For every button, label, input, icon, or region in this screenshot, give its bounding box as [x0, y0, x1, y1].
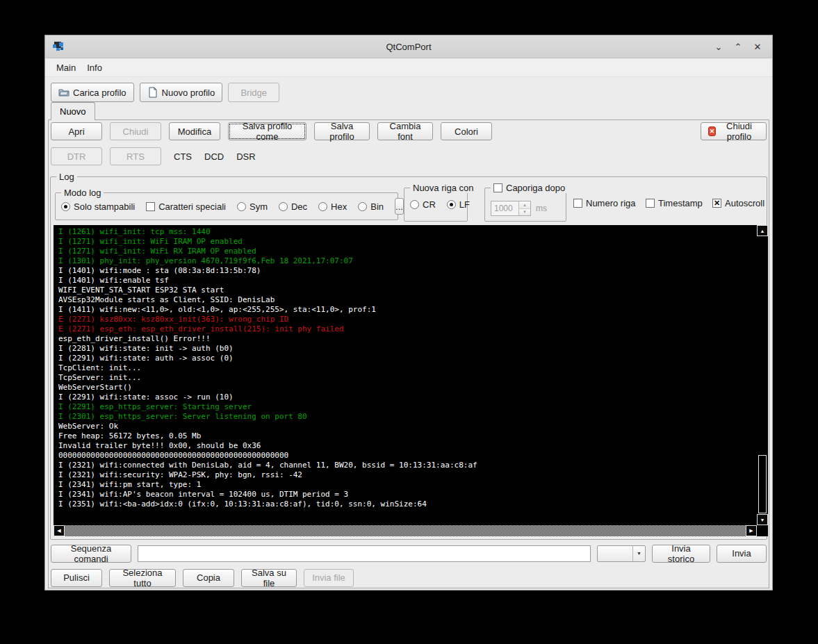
- terminal-area: I (1261) wifi_init: tcp mss: 1440I (1271…: [54, 225, 768, 536]
- vertical-scroll-thumb[interactable]: [758, 455, 767, 513]
- title-bar[interactable]: QtComPort ⌄ ⌃ ✕: [45, 35, 772, 58]
- cr-label: CR: [423, 199, 436, 210]
- radio-sym[interactable]: Sym: [237, 201, 268, 212]
- qtcomport-window: QtComPort ⌄ ⌃ ✕ Main Info Carica profilo: [44, 35, 773, 591]
- open-port-button[interactable]: Apri: [51, 122, 102, 140]
- close-profile-button[interactable]: ✕ Chiudi profilo: [701, 122, 767, 140]
- newline-group-label: Nuova riga con: [410, 183, 476, 193]
- radio-dec[interactable]: Dec: [279, 201, 307, 212]
- copy-button[interactable]: Copia: [183, 569, 234, 587]
- newline-options: CR LF: [410, 199, 470, 210]
- scroll-right-icon[interactable]: ▶: [746, 525, 757, 536]
- radio-bin[interactable]: Bin: [358, 201, 384, 212]
- printable-only-label: Solo stampabili: [74, 201, 135, 212]
- hex-label: Hex: [331, 201, 347, 212]
- dcd-label: DCD: [204, 151, 224, 162]
- checkbox-icon: [146, 202, 155, 211]
- dsr-label: DSR: [236, 151, 255, 162]
- scroll-left-icon[interactable]: ◀: [54, 525, 65, 536]
- window-controls: ⌄ ⌃ ✕: [712, 40, 772, 53]
- rts-button: RTS: [110, 147, 161, 165]
- signal-row: DTR RTS CTS DCD DSR: [51, 147, 767, 165]
- save-to-file-button[interactable]: Salva su file: [241, 569, 297, 587]
- sym-label: Sym: [250, 201, 268, 212]
- document-icon: [147, 87, 158, 98]
- log-group-label: Log: [56, 172, 77, 182]
- window-title: QtComPort: [45, 42, 772, 52]
- radio-cr[interactable]: CR: [410, 199, 436, 210]
- command-row: Sequenza comandi ▼ Invia storico Invia: [51, 544, 767, 563]
- desktop: QtComPort ⌄ ⌃ ✕ Main Info Carica profilo: [0, 0, 818, 644]
- select-all-button[interactable]: Seleziona tutto: [109, 569, 176, 587]
- colors-button[interactable]: Colori: [441, 122, 492, 140]
- send-file-button: Invia file: [304, 569, 354, 587]
- checkbox-checked-icon: [712, 199, 721, 208]
- radio-printable-only[interactable]: Solo stampabili: [61, 201, 135, 212]
- checkbox-timestamp[interactable]: Timestamp: [646, 198, 703, 208]
- folder-open-icon: [58, 87, 69, 98]
- chevron-down-icon: ▼: [632, 546, 645, 561]
- linebreak-after-checkbox[interactable]: [493, 183, 502, 192]
- checkbox-icon: [573, 199, 582, 208]
- dec-label: Dec: [291, 201, 307, 212]
- checkbox-line-number[interactable]: Numero riga: [573, 198, 636, 208]
- log-mode-options: Solo stampabili Caratteri speciali Sym: [61, 193, 393, 220]
- save-profile-as-button[interactable]: Salva profilo come: [228, 122, 306, 140]
- bin-label: Bin: [370, 201, 384, 212]
- special-chars-label: Caratteri speciali: [158, 201, 226, 212]
- spin-down-icon[interactable]: ▼: [519, 209, 530, 216]
- spin-up-icon[interactable]: ▲: [519, 201, 530, 209]
- load-profile-label: Carica profilo: [73, 88, 126, 98]
- maximize-icon[interactable]: ⌃: [732, 40, 744, 53]
- interval-spinner[interactable]: 1000 ▲ ▼: [491, 201, 531, 216]
- log-mode-group: Modo log Solo stampabili Caratteri speci…: [55, 192, 398, 220]
- horizontal-scrollbar[interactable]: ◀ ▶: [54, 525, 757, 536]
- load-profile-button[interactable]: Carica profilo: [51, 83, 134, 102]
- scroll-up-icon[interactable]: ▲: [757, 225, 768, 236]
- checkbox-special-chars[interactable]: Caratteri speciali: [146, 201, 226, 212]
- profile-panel: Apri Chiudi Modifica Salva profilo come …: [48, 119, 769, 588]
- radio-hex[interactable]: Hex: [318, 201, 347, 212]
- more-options-button[interactable]: ...: [395, 198, 404, 215]
- send-history-button[interactable]: Invia storico: [652, 545, 710, 563]
- command-input[interactable]: [138, 545, 591, 562]
- checkbox-autoscroll[interactable]: Autoscroll: [712, 198, 764, 208]
- minimize-icon[interactable]: ⌄: [712, 40, 725, 53]
- terminal-log[interactable]: I (1261) wifi_init: tcp mss: 1440I (1271…: [54, 225, 768, 536]
- radio-lf[interactable]: LF: [447, 199, 470, 210]
- radio-icon: [318, 202, 327, 211]
- close-profile-label: Chiudi profilo: [719, 121, 759, 142]
- ms-unit-label: ms: [536, 204, 547, 213]
- lf-label: LF: [459, 199, 470, 210]
- radio-icon: [410, 200, 419, 209]
- radio-icon: [237, 202, 246, 211]
- linebreak-spin-row: 1000 ▲ ▼ ms: [491, 201, 547, 216]
- new-profile-button[interactable]: Nuovo profilo: [140, 83, 223, 102]
- clear-button[interactable]: Pulisci: [51, 569, 102, 587]
- timestamp-label: Timestamp: [658, 198, 703, 208]
- toolbar: Carica profilo Nuovo profilo Bridge: [45, 77, 772, 108]
- menu-main[interactable]: Main: [51, 60, 81, 75]
- vertical-scrollbar[interactable]: ▲ ▼: [757, 225, 768, 525]
- horizontal-scroll-track[interactable]: [65, 525, 746, 536]
- profile-actions-row: Apri Chiudi Modifica Salva profilo come …: [51, 122, 767, 140]
- cts-label: CTS: [174, 151, 192, 162]
- change-font-button[interactable]: Cambia font: [377, 122, 433, 140]
- linebreak-after-legend: Caporiga dopo: [491, 183, 568, 193]
- autoscroll-label: Autoscroll: [725, 198, 764, 208]
- close-icon[interactable]: ✕: [751, 40, 764, 53]
- spinner-buttons: ▲ ▼: [518, 201, 530, 215]
- save-profile-button[interactable]: Salva profilo: [314, 122, 370, 140]
- menu-info[interactable]: Info: [81, 60, 108, 75]
- tab-nuovo[interactable]: Nuovo: [51, 102, 95, 120]
- command-sequence-button[interactable]: Sequenza comandi: [51, 545, 131, 563]
- edit-button[interactable]: Modifica: [169, 122, 220, 140]
- scroll-down-icon[interactable]: ▼: [757, 514, 768, 525]
- radio-icon: [279, 202, 288, 211]
- close-port-button: Chiudi: [110, 122, 161, 140]
- interval-value: 1000: [491, 201, 518, 215]
- history-dropdown[interactable]: ▼: [597, 545, 646, 562]
- new-profile-label: Nuovo profilo: [162, 88, 215, 98]
- history-dropdown-value: [598, 546, 632, 561]
- send-button[interactable]: Invia: [717, 545, 767, 563]
